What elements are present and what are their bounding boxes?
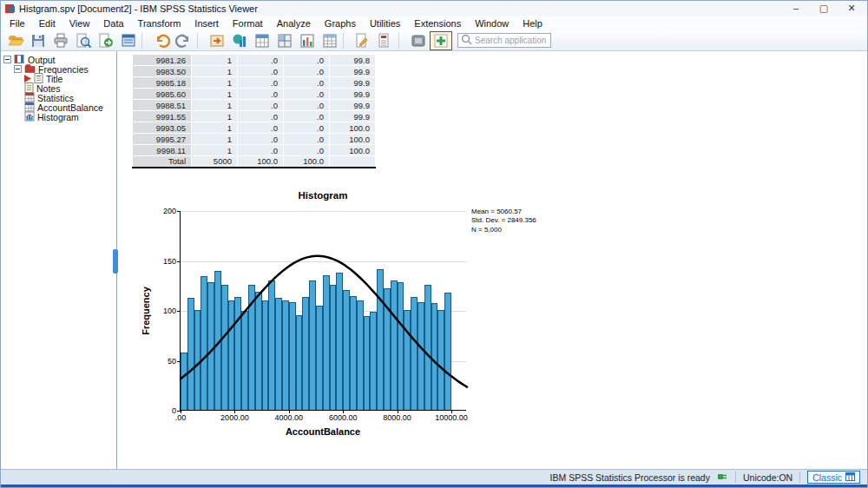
export-icon[interactable] <box>95 31 117 50</box>
search-box[interactable] <box>457 33 551 48</box>
goto-case-icon[interactable] <box>206 31 228 50</box>
value-cell: .0 <box>238 122 284 134</box>
row-label-cell: 9991.55 <box>133 111 192 122</box>
menu-data[interactable]: Data <box>96 17 130 30</box>
undo-icon[interactable] <box>150 31 173 50</box>
save-icon[interactable] <box>27 31 49 50</box>
plot-area: 050100150200.002000.004000.006000.008000… <box>180 211 466 411</box>
tree-item-accountbalance[interactable]: AccountBalance <box>1 102 116 112</box>
menu-insert[interactable]: Insert <box>187 17 226 30</box>
menu-analyze[interactable]: Analyze <box>270 17 318 30</box>
histogram-chart[interactable]: Histogram Mean = 5060.57Std. Dev. = 2849… <box>154 190 527 452</box>
value-cell: 1 <box>192 145 238 156</box>
value-cell: 5000 <box>192 156 238 168</box>
minimize-button[interactable]: – <box>790 3 802 14</box>
use-variable-sets-icon[interactable] <box>407 31 430 50</box>
tree-item-frequencies[interactable]: Frequencies <box>1 64 116 74</box>
menu-graphs[interactable]: Graphs <box>318 17 363 30</box>
maximize-button[interactable]: ▢ <box>818 3 830 14</box>
menu-help[interactable]: Help <box>516 17 549 30</box>
tree-item-title[interactable]: Title <box>1 74 116 83</box>
value-cell: 1 <box>192 89 238 100</box>
insert-text-icon[interactable] <box>374 31 397 50</box>
tree-item-statistics[interactable]: Statistics <box>1 93 116 102</box>
row-label-cell: 9985.18 <box>133 77 192 89</box>
table-row: 9993.051.0.0100.0 <box>133 122 376 134</box>
table-row: 9995.271.0.0100.0 <box>133 134 376 145</box>
menu-bar: FileEditViewDataTransformInsertFormatAna… <box>1 16 867 30</box>
open-file-icon[interactable] <box>4 31 27 50</box>
value-cell: 100.0 <box>284 156 330 168</box>
tree-item-notes[interactable]: Notes <box>1 83 116 93</box>
value-cell <box>330 156 376 168</box>
processor-status-icon <box>717 472 728 484</box>
redo-icon[interactable] <box>173 31 195 50</box>
table-row: 9991.551.0.099.9 <box>133 111 376 122</box>
app-icon <box>5 3 16 14</box>
close-button[interactable]: ✕ <box>845 3 858 14</box>
value-cell: 100.0 <box>238 156 284 168</box>
menu-window[interactable]: Window <box>468 17 516 30</box>
tree-item-histogram[interactable]: Histogram <box>1 112 116 122</box>
value-cell: .0 <box>238 66 284 77</box>
value-cell: .0 <box>284 89 330 100</box>
recall-dialogs-icon[interactable] <box>117 31 140 50</box>
print-icon[interactable] <box>49 31 72 50</box>
table-row: 9985.181.0.099.9 <box>133 77 376 89</box>
chart-statistics: Mean = 5060.57Std. Dev. = 2849.356N = 5,… <box>471 208 536 234</box>
menu-view[interactable]: View <box>62 17 97 30</box>
value-cell: 1 <box>192 77 238 89</box>
value-cell: .0 <box>284 55 330 66</box>
tree-expander[interactable] <box>14 64 22 75</box>
toolbar-separator <box>197 33 203 49</box>
value-cell: .0 <box>284 77 330 89</box>
search-input[interactable] <box>475 36 548 45</box>
toolbar-separator <box>141 33 148 49</box>
menu-extensions[interactable]: Extensions <box>407 17 468 30</box>
menu-file[interactable]: File <box>3 17 32 30</box>
edit-document-icon[interactable] <box>352 31 374 50</box>
chart-title: Histogram <box>180 190 466 201</box>
outline-pane: OutputFrequenciesTitleNotesStatisticsAcc… <box>1 51 116 469</box>
frequency-table[interactable]: 9981.261.0.099.89983.501.0.099.99985.181… <box>132 54 376 168</box>
menu-edit[interactable]: Edit <box>32 17 62 30</box>
x-axis-label: AccountBalance <box>180 426 466 437</box>
x-tick-label: 6000.00 <box>329 413 358 422</box>
table-row: 9983.501.0.099.9 <box>133 66 376 77</box>
print-preview-icon[interactable] <box>72 31 95 50</box>
goto-variable-icon[interactable] <box>228 31 251 50</box>
chart-builder-icon[interactable] <box>296 31 319 50</box>
show-all-icon[interactable] <box>430 31 452 50</box>
tree-expander[interactable] <box>3 55 11 65</box>
select-table-icon[interactable] <box>273 31 296 50</box>
window-title: Histgram.spv [Document2] - IBM SPSS Stat… <box>19 3 790 14</box>
value-cell: .0 <box>284 122 330 134</box>
value-cell: .0 <box>284 66 330 77</box>
tree-item-output[interactable]: Output <box>1 55 116 64</box>
toolbar <box>1 30 867 51</box>
value-cell: 1 <box>192 66 238 77</box>
value-cell: .0 <box>284 134 330 145</box>
classic-mode-button[interactable]: Classic <box>807 471 860 484</box>
row-label-cell: Total <box>133 156 192 168</box>
data-grid-icon[interactable] <box>319 31 341 50</box>
value-cell: 99.9 <box>330 89 376 100</box>
menu-format[interactable]: Format <box>226 17 270 30</box>
splitter-handle[interactable] <box>113 249 118 274</box>
value-cell: 100.0 <box>330 145 376 156</box>
x-tick-label: 10000.00 <box>435 413 468 422</box>
status-bar: IBM SPSS Statistics Processor is ready U… <box>1 469 867 485</box>
table-row: 9998.111.0.0100.0 <box>133 145 376 156</box>
value-cell: .0 <box>238 55 284 66</box>
value-cell: 99.9 <box>330 111 376 122</box>
table-row: 9988.511.0.099.9 <box>133 100 376 111</box>
value-cell: 1 <box>192 111 238 122</box>
row-label-cell: 9993.05 <box>133 122 192 134</box>
x-tick-label: 4000.00 <box>275 413 304 422</box>
menu-utilities[interactable]: Utilities <box>363 17 407 30</box>
menu-transform[interactable]: Transform <box>131 17 188 30</box>
title-bar: Histgram.spv [Document2] - IBM SPSS Stat… <box>1 1 867 16</box>
histogram-icon <box>24 111 35 123</box>
y-tick-label: 100 <box>163 307 176 315</box>
variables-icon[interactable] <box>251 31 273 50</box>
